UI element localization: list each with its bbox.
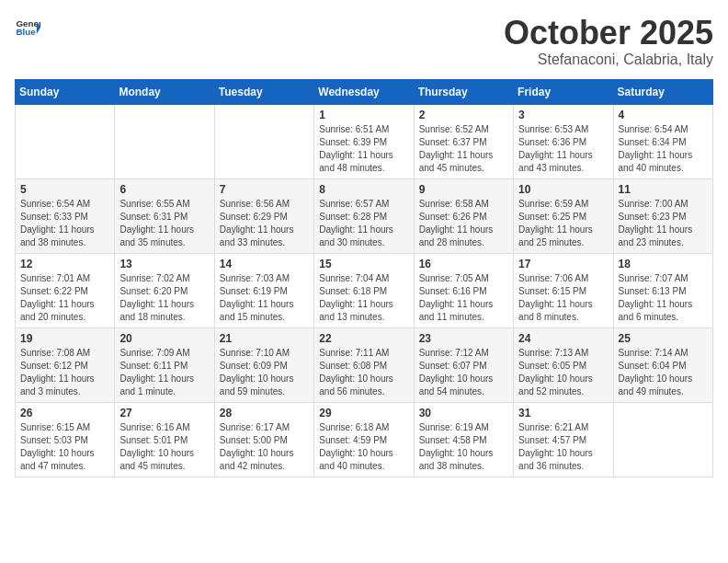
day-number: 23 bbox=[419, 332, 508, 345]
calendar-cell bbox=[16, 104, 115, 178]
day-info: Sunrise: 7:08 AM Sunset: 6:12 PM Dayligh… bbox=[20, 347, 109, 398]
weekday-header: Thursday bbox=[414, 79, 513, 104]
calendar-cell: 14Sunrise: 7:03 AM Sunset: 6:19 PM Dayli… bbox=[214, 253, 313, 327]
calendar-cell: 11Sunrise: 7:00 AM Sunset: 6:23 PM Dayli… bbox=[613, 178, 712, 253]
calendar-cell: 8Sunrise: 6:57 AM Sunset: 6:28 PM Daylig… bbox=[314, 178, 414, 253]
day-info: Sunrise: 6:58 AM Sunset: 6:26 PM Dayligh… bbox=[419, 198, 508, 249]
day-number: 3 bbox=[518, 109, 608, 121]
weekday-header: Monday bbox=[115, 79, 214, 104]
day-number: 2 bbox=[419, 109, 508, 121]
calendar-cell: 13Sunrise: 7:02 AM Sunset: 6:20 PM Dayli… bbox=[115, 253, 214, 327]
day-number: 11 bbox=[619, 183, 708, 196]
day-info: Sunrise: 6:18 AM Sunset: 4:59 PM Dayligh… bbox=[319, 421, 408, 473]
calendar-week-row: 5Sunrise: 6:54 AM Sunset: 6:33 PM Daylig… bbox=[16, 178, 713, 253]
day-number: 16 bbox=[419, 258, 508, 270]
day-number: 14 bbox=[220, 258, 309, 270]
calendar-cell: 19Sunrise: 7:08 AM Sunset: 6:12 PM Dayli… bbox=[16, 327, 115, 402]
calendar-cell: 24Sunrise: 7:13 AM Sunset: 6:05 PM Dayli… bbox=[514, 327, 613, 402]
day-number: 20 bbox=[119, 332, 209, 345]
calendar-cell: 4Sunrise: 6:54 AM Sunset: 6:34 PM Daylig… bbox=[613, 104, 712, 178]
day-info: Sunrise: 7:01 AM Sunset: 6:22 PM Dayligh… bbox=[20, 272, 109, 324]
day-number: 26 bbox=[20, 407, 109, 419]
day-info: Sunrise: 7:02 AM Sunset: 6:20 PM Dayligh… bbox=[119, 272, 209, 324]
day-info: Sunrise: 7:05 AM Sunset: 6:16 PM Dayligh… bbox=[419, 272, 508, 324]
calendar-cell: 29Sunrise: 6:18 AM Sunset: 4:59 PM Dayli… bbox=[314, 402, 414, 477]
weekday-header: Wednesday bbox=[314, 79, 414, 104]
day-info: Sunrise: 7:04 AM Sunset: 6:18 PM Dayligh… bbox=[319, 272, 408, 324]
location-title: Stefanaconi, Calabria, Italy bbox=[504, 52, 713, 68]
calendar-cell bbox=[613, 402, 712, 477]
calendar-cell bbox=[115, 104, 214, 178]
calendar-cell: 28Sunrise: 6:17 AM Sunset: 5:00 PM Dayli… bbox=[214, 402, 313, 477]
svg-text:Blue: Blue bbox=[16, 27, 36, 37]
weekday-header: Tuesday bbox=[214, 79, 313, 104]
calendar-cell: 23Sunrise: 7:12 AM Sunset: 6:07 PM Dayli… bbox=[414, 327, 513, 402]
day-info: Sunrise: 6:52 AM Sunset: 6:37 PM Dayligh… bbox=[419, 123, 508, 175]
calendar-week-row: 19Sunrise: 7:08 AM Sunset: 6:12 PM Dayli… bbox=[16, 327, 713, 402]
calendar-cell: 16Sunrise: 7:05 AM Sunset: 6:16 PM Dayli… bbox=[414, 253, 513, 327]
calendar: SundayMondayTuesdayWednesdayThursdayFrid… bbox=[15, 79, 713, 477]
day-number: 1 bbox=[319, 109, 408, 121]
day-info: Sunrise: 6:19 AM Sunset: 4:58 PM Dayligh… bbox=[419, 421, 508, 473]
weekday-header-row: SundayMondayTuesdayWednesdayThursdayFrid… bbox=[16, 79, 713, 104]
day-info: Sunrise: 7:03 AM Sunset: 6:19 PM Dayligh… bbox=[220, 272, 309, 324]
day-number: 8 bbox=[319, 183, 408, 196]
calendar-cell: 9Sunrise: 6:58 AM Sunset: 6:26 PM Daylig… bbox=[414, 178, 513, 253]
day-number: 15 bbox=[319, 258, 408, 270]
day-info: Sunrise: 6:53 AM Sunset: 6:36 PM Dayligh… bbox=[518, 123, 608, 175]
day-number: 22 bbox=[319, 332, 408, 345]
calendar-cell: 15Sunrise: 7:04 AM Sunset: 6:18 PM Dayli… bbox=[314, 253, 414, 327]
day-info: Sunrise: 6:17 AM Sunset: 5:00 PM Dayligh… bbox=[220, 421, 309, 473]
weekday-header: Friday bbox=[514, 79, 613, 104]
calendar-week-row: 12Sunrise: 7:01 AM Sunset: 6:22 PM Dayli… bbox=[16, 253, 713, 327]
calendar-cell: 10Sunrise: 6:59 AM Sunset: 6:25 PM Dayli… bbox=[514, 178, 613, 253]
day-info: Sunrise: 7:09 AM Sunset: 6:11 PM Dayligh… bbox=[119, 347, 209, 398]
calendar-cell: 6Sunrise: 6:55 AM Sunset: 6:31 PM Daylig… bbox=[115, 178, 214, 253]
logo-icon: General Blue bbox=[15, 15, 40, 40]
day-info: Sunrise: 6:55 AM Sunset: 6:31 PM Dayligh… bbox=[119, 198, 209, 249]
calendar-cell: 27Sunrise: 6:16 AM Sunset: 5:01 PM Dayli… bbox=[115, 402, 214, 477]
calendar-cell: 22Sunrise: 7:11 AM Sunset: 6:08 PM Dayli… bbox=[314, 327, 414, 402]
day-info: Sunrise: 7:12 AM Sunset: 6:07 PM Dayligh… bbox=[419, 347, 508, 398]
calendar-cell: 3Sunrise: 6:53 AM Sunset: 6:36 PM Daylig… bbox=[514, 104, 613, 178]
day-number: 29 bbox=[319, 407, 408, 419]
day-number: 27 bbox=[119, 407, 209, 419]
day-info: Sunrise: 7:11 AM Sunset: 6:08 PM Dayligh… bbox=[319, 347, 408, 398]
calendar-week-row: 26Sunrise: 6:15 AM Sunset: 5:03 PM Dayli… bbox=[16, 402, 713, 477]
calendar-cell: 20Sunrise: 7:09 AM Sunset: 6:11 PM Dayli… bbox=[115, 327, 214, 402]
weekday-header: Saturday bbox=[613, 79, 712, 104]
day-number: 12 bbox=[20, 258, 109, 270]
day-number: 24 bbox=[518, 332, 608, 345]
calendar-cell: 17Sunrise: 7:06 AM Sunset: 6:15 PM Dayli… bbox=[514, 253, 613, 327]
calendar-cell: 5Sunrise: 6:54 AM Sunset: 6:33 PM Daylig… bbox=[16, 178, 115, 253]
day-number: 21 bbox=[220, 332, 309, 345]
day-info: Sunrise: 6:16 AM Sunset: 5:01 PM Dayligh… bbox=[119, 421, 209, 473]
header: General Blue October 2025 Stefanaconi, C… bbox=[15, 15, 713, 68]
day-number: 25 bbox=[619, 332, 708, 345]
day-number: 18 bbox=[619, 258, 708, 270]
day-info: Sunrise: 6:21 AM Sunset: 4:57 PM Dayligh… bbox=[518, 421, 608, 473]
day-number: 9 bbox=[419, 183, 508, 196]
day-info: Sunrise: 6:57 AM Sunset: 6:28 PM Dayligh… bbox=[319, 198, 408, 249]
calendar-cell: 18Sunrise: 7:07 AM Sunset: 6:13 PM Dayli… bbox=[613, 253, 712, 327]
day-number: 31 bbox=[518, 407, 608, 419]
day-info: Sunrise: 7:00 AM Sunset: 6:23 PM Dayligh… bbox=[619, 198, 708, 249]
day-number: 30 bbox=[419, 407, 508, 419]
day-number: 5 bbox=[20, 183, 109, 196]
calendar-cell: 31Sunrise: 6:21 AM Sunset: 4:57 PM Dayli… bbox=[514, 402, 613, 477]
day-info: Sunrise: 7:07 AM Sunset: 6:13 PM Dayligh… bbox=[619, 272, 708, 324]
calendar-cell: 26Sunrise: 6:15 AM Sunset: 5:03 PM Dayli… bbox=[16, 402, 115, 477]
calendar-week-row: 1Sunrise: 6:51 AM Sunset: 6:39 PM Daylig… bbox=[16, 104, 713, 178]
day-number: 17 bbox=[518, 258, 608, 270]
day-info: Sunrise: 6:56 AM Sunset: 6:29 PM Dayligh… bbox=[220, 198, 309, 249]
day-number: 10 bbox=[518, 183, 608, 196]
day-number: 28 bbox=[220, 407, 309, 419]
month-title: October 2025 bbox=[504, 15, 713, 52]
day-info: Sunrise: 6:51 AM Sunset: 6:39 PM Dayligh… bbox=[319, 123, 408, 175]
title-area: October 2025 Stefanaconi, Calabria, Ital… bbox=[504, 15, 713, 68]
day-number: 19 bbox=[20, 332, 109, 345]
day-number: 4 bbox=[619, 109, 708, 121]
day-info: Sunrise: 7:13 AM Sunset: 6:05 PM Dayligh… bbox=[518, 347, 608, 398]
day-info: Sunrise: 6:15 AM Sunset: 5:03 PM Dayligh… bbox=[20, 421, 109, 473]
calendar-cell: 12Sunrise: 7:01 AM Sunset: 6:22 PM Dayli… bbox=[16, 253, 115, 327]
